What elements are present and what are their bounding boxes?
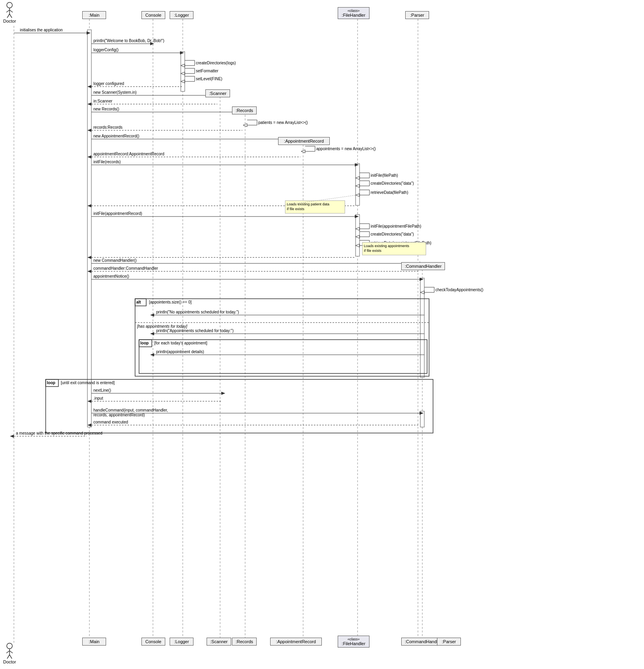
svg-text:handleCommand(input, commandHa: handleCommand(input, commandHandler, (93, 408, 168, 412)
svg-rect-15 (420, 411, 424, 427)
svg-line-175 (10, 10, 13, 12)
svg-text:logger configured: logger configured (93, 81, 124, 86)
lifeline-parser-top: :Parser (405, 11, 429, 19)
svg-text:loop: loop (140, 341, 149, 345)
actor-doctor-label: Doctor (3, 19, 16, 23)
svg-text:checkTodayAppointments(): checkTodayAppointments() (435, 288, 483, 292)
svg-marker-47 (87, 102, 91, 106)
lifeline-filehandler-bottom: «class» :FileHandler (338, 636, 369, 648)
svg-line-177 (10, 14, 12, 18)
svg-text:alt: alt (136, 300, 141, 304)
sequence-diagram-svg: initialises the application println("Wel… (0, 0, 644, 669)
svg-marker-77 (356, 176, 360, 180)
lifeline-appointment-mid: :AppointmentRecord (278, 137, 330, 145)
lifeline-scanner-mid: :Scanner (205, 89, 230, 97)
svg-line-176 (7, 14, 10, 18)
svg-rect-125 (135, 299, 429, 376)
lifeline-main-top: :Main (82, 11, 106, 19)
svg-rect-145 (46, 379, 58, 387)
svg-marker-41 (87, 85, 91, 88)
lifeline-console-top: Console (141, 11, 165, 19)
svg-text:println("Appointments schedule: println("Appointments scheduled for toda… (156, 329, 234, 333)
svg-line-167 (285, 195, 360, 205)
svg-marker-142 (150, 353, 154, 356)
svg-text:initialises the application: initialises the application (20, 28, 63, 32)
svg-line-183 (10, 655, 12, 659)
diagram-container: initialises the application println("Wel… (0, 0, 644, 669)
svg-marker-66 (301, 150, 305, 153)
svg-line-180 (6, 651, 10, 653)
svg-text:createDirectories("data"): createDirectories("data") (371, 232, 414, 236)
svg-text:[appointents.size() == 0]: [appointents.size() == 0] (149, 300, 192, 304)
lifeline-records-bottom: :Records (232, 638, 257, 646)
svg-text:appointments = new ArrayList<>: appointments = new ArrayList<>() (316, 147, 376, 151)
svg-marker-152 (87, 400, 91, 403)
svg-text:setFormatter: setFormatter (196, 69, 219, 73)
svg-marker-97 (356, 227, 360, 230)
svg-text:command executed: command executed (93, 420, 128, 424)
svg-marker-110 (87, 256, 91, 259)
svg-marker-162 (10, 435, 14, 438)
svg-marker-115 (87, 270, 91, 273)
svg-rect-168 (362, 242, 426, 255)
svg-text:records, appointmentRecord): records, appointmentRecord) (93, 413, 145, 417)
svg-text:initFile(appointmentFilePath): initFile(appointmentFilePath) (371, 224, 421, 228)
svg-text:[for each today's appointment]: [for each today's appointment] (154, 341, 207, 345)
svg-point-172 (7, 2, 12, 8)
svg-marker-92 (355, 215, 359, 218)
actor-doctor-bottom: Doctor (3, 643, 16, 664)
svg-text:println(appointment details): println(appointment details) (156, 350, 204, 354)
svg-marker-90 (87, 204, 91, 207)
svg-text:a message with the specific co: a message with the specific command proc… (16, 431, 102, 435)
svg-rect-137 (139, 340, 427, 373)
svg-marker-102 (356, 235, 360, 238)
svg-text:println("No appointments sched: println("No appointments scheduled for t… (156, 310, 239, 314)
svg-marker-72 (355, 163, 359, 166)
svg-text:Loads existing patient data: Loads existing patient data (287, 202, 329, 206)
svg-rect-10 (87, 30, 91, 427)
svg-text:loggerConfig(): loggerConfig() (93, 48, 118, 52)
svg-text:in:Scanner: in:Scanner (93, 99, 112, 103)
svg-text:[has appointments for today]: [has appointments for today] (137, 324, 187, 329)
svg-marker-23 (180, 51, 184, 54)
svg-rect-13 (356, 215, 360, 256)
svg-line-182 (7, 655, 10, 659)
lifeline-main-bottom: :Main (82, 638, 106, 646)
lifeline-logger-bottom: :Logger (170, 638, 193, 646)
svg-rect-14 (420, 278, 424, 377)
svg-text:new CommandHandler(): new CommandHandler() (93, 258, 137, 263)
svg-text:appointmentNotice(): appointmentNotice() (93, 274, 129, 278)
actor-doctor-top: Doctor (3, 2, 16, 23)
svg-text:new Records(): new Records() (93, 107, 119, 111)
svg-text:Loads existing appointments: Loads existing appointments (364, 244, 410, 248)
svg-text:initFile(records): initFile(records) (93, 160, 121, 164)
svg-rect-138 (139, 340, 152, 347)
svg-text:println("Welcome to BookBob, D: println("Welcome to BookBob, Dr. Bob!") (93, 39, 164, 43)
svg-text:nextLine(): nextLine() (93, 388, 111, 393)
svg-marker-155 (420, 412, 424, 415)
svg-line-181 (10, 651, 13, 653)
svg-text:appointmentRecord:AppointmentR: appointmentRecord:AppointmentRecord (93, 152, 164, 156)
svg-marker-159 (87, 423, 91, 427)
lifeline-scanner-bottom: :Scanner (207, 638, 231, 646)
svg-marker-82 (356, 184, 360, 188)
svg-text:[until exit command is entered: [until exit command is entered] (61, 381, 115, 385)
svg-rect-144 (46, 379, 433, 433)
svg-marker-20 (150, 42, 154, 45)
svg-text:loop: loop (47, 381, 55, 385)
svg-text:.input: .input (93, 396, 103, 400)
svg-marker-149 (221, 392, 225, 395)
svg-marker-38 (181, 80, 185, 83)
svg-text:initFile(filePath): initFile(filePath) (371, 173, 398, 178)
svg-text:retrieveData(appointmentFilePa: retrieveData(appointmentFilePath) (371, 241, 431, 245)
lifeline-records-mid: :Records (232, 106, 257, 114)
lifeline-appointment-bottom: :AppointmentRecord (270, 638, 322, 646)
svg-marker-17 (87, 31, 91, 35)
lifeline-logger-top: :Logger (170, 11, 193, 19)
svg-marker-135 (150, 332, 154, 335)
lifeline-console-bottom: Console (141, 638, 165, 646)
svg-text:createDirectories("data"): createDirectories("data") (371, 181, 414, 186)
svg-marker-55 (243, 124, 247, 127)
lifeline-filehandler-top: «class» :FileHandler (338, 7, 369, 19)
svg-text:setLevel(FINE): setLevel(FINE) (196, 77, 222, 81)
